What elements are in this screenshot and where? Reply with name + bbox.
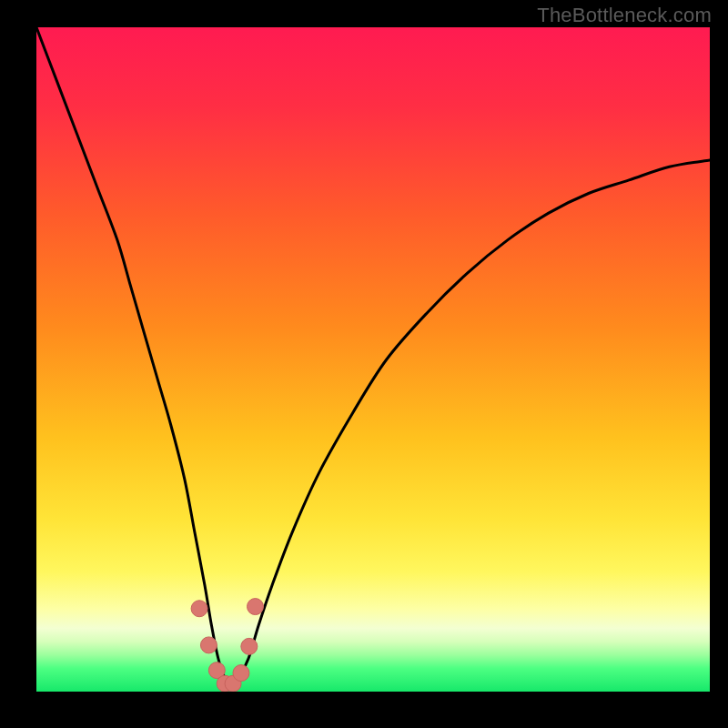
gradient-background — [36, 27, 710, 692]
plot-svg — [36, 27, 710, 692]
marker-point — [248, 599, 264, 615]
marker-point — [233, 665, 249, 682]
attribution-label: TheBottleneck.com — [537, 4, 712, 27]
plot-area — [36, 27, 710, 692]
marker-point — [200, 637, 217, 653]
chart-frame: TheBottleneck.com — [0, 0, 728, 728]
marker-point — [191, 601, 207, 617]
marker-point — [241, 638, 258, 654]
